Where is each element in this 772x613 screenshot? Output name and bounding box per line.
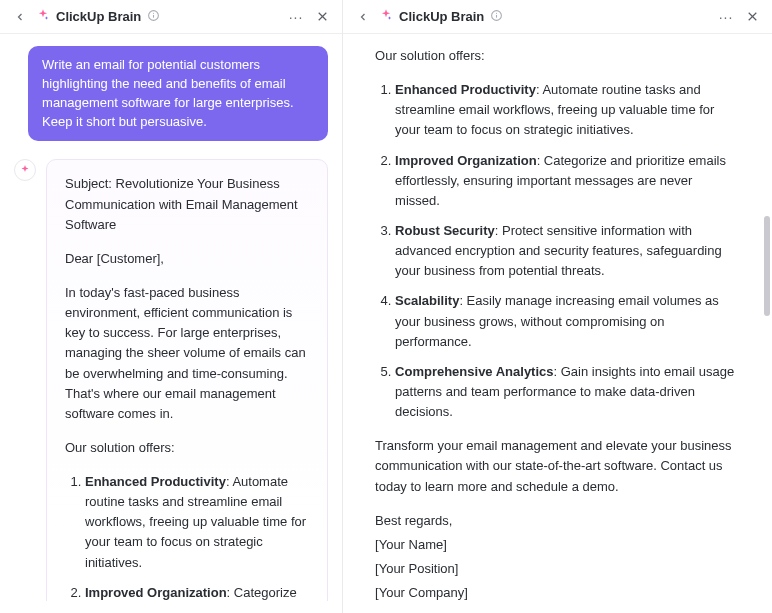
more-icon: ···	[289, 9, 304, 25]
user-prompt-bubble: Write an email for potential customers h…	[28, 46, 328, 141]
back-button[interactable]	[353, 7, 373, 27]
more-button[interactable]: ···	[716, 7, 736, 27]
offers-label: Our solution offers:	[65, 438, 309, 458]
scrollbar-track[interactable]	[764, 36, 770, 609]
info-icon[interactable]	[147, 9, 160, 25]
list-item: Improved Organization: Categorize and pr…	[85, 583, 309, 601]
scrollbar-thumb[interactable]	[764, 216, 770, 316]
app-title: ClickUp Brain	[399, 9, 484, 24]
pane-header: ClickUp Brain ···	[0, 0, 342, 34]
left-pane: ClickUp Brain ··· Write an email for pot…	[0, 0, 342, 613]
signature-line: [Your Company]	[375, 583, 740, 601]
ai-response: Our solution offers: Enhanced Productivi…	[357, 46, 758, 601]
close-button[interactable]	[312, 7, 332, 27]
info-icon[interactable]	[490, 9, 503, 25]
list-item: Comprehensive Analytics: Gain insights i…	[395, 362, 740, 422]
signature-line: [Your Name]	[375, 535, 740, 555]
email-greeting: Dear [Customer],	[65, 249, 309, 269]
list-item: Scalability: Easily manage increasing em…	[395, 291, 740, 351]
benefits-list-left: Enhanced Productivity: Automate routine …	[65, 472, 309, 601]
svg-point-7	[496, 12, 497, 13]
left-body: Write an email for potential customers h…	[0, 34, 342, 613]
signature-line: Best regards,	[375, 511, 740, 531]
list-item: Improved Organization: Categorize and pr…	[395, 151, 740, 211]
more-button[interactable]: ···	[286, 7, 306, 27]
pane-header: ClickUp Brain ···	[343, 0, 772, 34]
app-title: ClickUp Brain	[56, 9, 141, 24]
list-item: Enhanced Productivity: Automate routine …	[395, 80, 740, 140]
back-button[interactable]	[10, 7, 30, 27]
close-button[interactable]	[742, 7, 762, 27]
list-item: Enhanced Productivity: Automate routine …	[85, 472, 309, 573]
app-brand: ClickUp Brain	[379, 8, 503, 25]
sparkle-icon	[379, 8, 393, 25]
signature-line: [Your Position]	[375, 559, 740, 579]
more-icon: ···	[719, 9, 734, 25]
benefits-list-right: Enhanced Productivity: Automate routine …	[375, 80, 740, 422]
list-item: Robust Security: Protect sensitive infor…	[395, 221, 740, 281]
sparkle-icon	[36, 8, 50, 25]
svg-point-2	[153, 12, 154, 13]
email-subject: Subject: Revolutionize Your Business Com…	[65, 174, 309, 234]
right-pane: ClickUp Brain ··· Our solution offers: E…	[342, 0, 772, 613]
email-intro: In today's fast-paced business environme…	[65, 283, 309, 424]
right-body: Our solution offers: Enhanced Productivi…	[343, 34, 772, 613]
closing-para: Transform your email management and elev…	[375, 436, 740, 496]
ai-response: Subject: Revolutionize Your Business Com…	[46, 159, 328, 601]
ai-avatar	[14, 159, 36, 181]
offers-label: Our solution offers:	[375, 46, 740, 66]
app-brand: ClickUp Brain	[36, 8, 160, 25]
